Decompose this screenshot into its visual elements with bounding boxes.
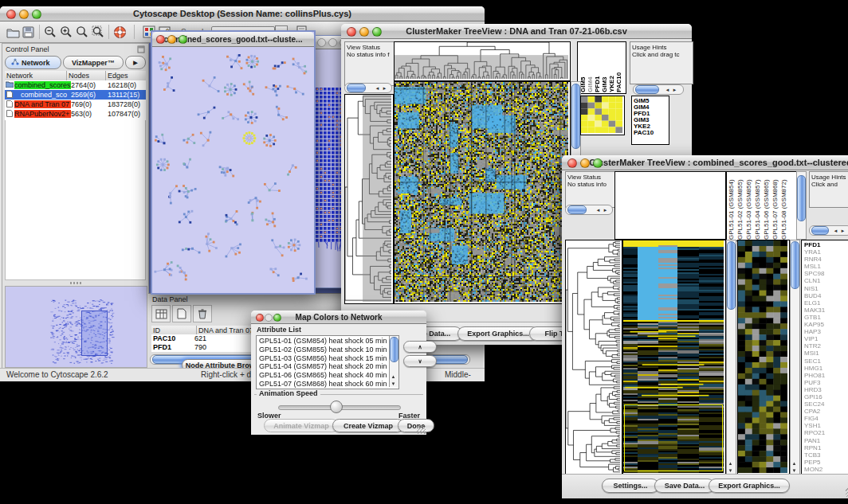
export-graphics-button[interactable]: Export Graphics... — [457, 326, 539, 341]
attribute-list-item[interactable]: GPL51-06 (GSM865) heat shock 40 min — [259, 371, 388, 380]
minimize-button[interactable] — [265, 314, 273, 322]
scroll-left-icon[interactable]: ◄ — [595, 207, 602, 213]
network-view-window[interactable]: combined_scores_good.txt--cluste... — [151, 30, 316, 295]
column-dendrogram-panel[interactable] — [614, 171, 726, 240]
treeview1-heatmap-panel[interactable] — [394, 81, 571, 304]
gene-label[interactable]: SPC98 — [804, 270, 846, 277]
row-label[interactable]: PAC10 — [634, 130, 667, 136]
scroll-up-icon[interactable]: ▲ — [791, 460, 798, 467]
scroll-down-icon[interactable]: ▼ — [791, 467, 798, 474]
gene-label[interactable]: NTR2 — [804, 342, 846, 350]
zoom-in-icon[interactable] — [58, 24, 74, 40]
column-label[interactable]: GPL51-07 (GSM868) — [771, 176, 780, 240]
close-button[interactable] — [156, 35, 165, 44]
close-button[interactable] — [347, 27, 356, 37]
gene-label[interactable]: PAN1 — [804, 437, 846, 444]
gene-label[interactable]: FIG4 — [804, 415, 846, 422]
gene-label[interactable]: GPI16 — [804, 393, 846, 400]
gene-label[interactable]: YRA1 — [804, 248, 846, 256]
gene-label[interactable]: NIS1 — [804, 285, 846, 292]
animate-vizmap-button[interactable]: Animate Vizmap — [264, 419, 339, 432]
vscroll-thumb[interactable] — [390, 337, 398, 362]
network-view-titlebar[interactable]: combined_scores_good.txt--cluste... — [152, 32, 314, 47]
gene-label[interactable]: PFD1 — [804, 241, 846, 248]
network-canvas[interactable] — [152, 47, 311, 291]
gene-label[interactable]: CPA2 — [804, 408, 846, 415]
gene-label[interactable]: HAP3 — [804, 328, 846, 335]
treeview2-column-labels[interactable]: GPL51-01 (GSM854)GPL51-02 (GSM855)GPL51-… — [726, 171, 798, 241]
gene-label[interactable]: KAP95 — [804, 321, 846, 328]
vscroll-thumb[interactable] — [797, 175, 806, 221]
treeview1-zoom-hscrollbar[interactable]: ◄ ► — [633, 84, 684, 95]
tab-overflow-button[interactable]: ▶ — [125, 56, 146, 69]
zoom-button[interactable] — [273, 314, 281, 322]
zoom-button[interactable] — [32, 10, 41, 19]
minimize-button[interactable] — [580, 158, 590, 168]
treeview1-row-labels[interactable]: GIM5GIM4PFD1GIM3YKE2PAC10 — [631, 96, 669, 145]
attribute-list-item[interactable]: GPL51-02 (GSM855) heat shock 10 min — [259, 346, 388, 354]
column-label[interactable]: GPL51-06 (GSM865) — [763, 176, 771, 240]
minimize-button[interactable] — [19, 10, 29, 19]
treeview2-heatmap-vscrollbar[interactable]: ▲ ▼ — [726, 240, 736, 475]
scroll-up-icon[interactable]: ▲ — [727, 460, 734, 467]
treeview1-zoom-thumbnail[interactable] — [580, 96, 625, 135]
scroll-up-icon[interactable]: ▲ — [390, 373, 397, 380]
birdseye-view-canvas[interactable] — [5, 286, 147, 368]
column-label[interactable]: GIM3 — [601, 46, 607, 92]
table-icon[interactable] — [151, 305, 171, 322]
row-dendrogram-panel[interactable] — [344, 94, 394, 304]
gene-label[interactable]: RNR4 — [804, 256, 846, 263]
gene-label[interactable]: PUF3 — [804, 379, 846, 386]
hscroll-thumb[interactable] — [567, 205, 587, 214]
minimize-button[interactable] — [167, 35, 176, 44]
treeview2-status-hscrollbar[interactable]: ◄ ► — [565, 205, 613, 215]
network-list-row[interactable]: combined_scores2764(0)16218(0) — [5, 80, 146, 90]
life-ring-icon[interactable] — [112, 24, 128, 40]
trash-icon[interactable] — [193, 305, 212, 322]
network-list-row[interactable]: combined_sco2569(6)13112(15) — [5, 90, 146, 100]
treeview2-gene-labels[interactable]: PFD1YRA1RNR4MSL1SPC98CLN1NIS1BUD4ELG1MAK… — [801, 240, 848, 477]
treeview1-status-hscrollbar[interactable]: ◄ ► — [344, 83, 392, 93]
treeview2-zoomview-panel[interactable] — [737, 240, 790, 475]
move-down-button[interactable]: ∨ — [403, 355, 437, 367]
attribute-list-item[interactable]: GPL51-07 (GSM868) heat shock 60 min — [259, 380, 388, 389]
column-label[interactable]: YKE2 — [608, 46, 614, 92]
map-colors-dialog[interactable]: Map Colors to Network Attribute List GPL… — [251, 311, 426, 435]
main-titlebar[interactable]: Cytoscape Desktop (Session Name: collins… — [0, 6, 485, 21]
gene-label[interactable]: HMG1 — [804, 365, 846, 372]
gene-label[interactable]: VIP1 — [804, 335, 846, 342]
hscroll-thumb[interactable] — [811, 226, 829, 235]
dialog-titlebar[interactable]: Map Colors to Network — [251, 311, 426, 324]
column-label[interactable]: GPL51-03 (GSM856) — [745, 176, 754, 240]
treeview1-column-labels[interactable]: GIM5GIM4PFD1GIM3YKE2PAC10 — [577, 41, 626, 94]
gene-label[interactable]: SEC1 — [804, 357, 846, 365]
column-label[interactable]: PFD1 — [594, 46, 600, 92]
vscroll-thumb[interactable] — [791, 241, 799, 289]
gene-label[interactable]: MSL1 — [804, 263, 846, 270]
gene-label[interactable]: RPO21 — [804, 429, 846, 436]
gene-label[interactable]: CLN1 — [804, 277, 846, 284]
gene-label[interactable]: MSI1 — [804, 350, 846, 357]
save-data-button[interactable]: Save Data... — [654, 479, 715, 493]
network-list-row[interactable]: DNA and Tran 07769(0)183728(0) — [5, 100, 146, 109]
scroll-left-icon[interactable]: ◄ — [664, 87, 671, 93]
scroll-right-icon[interactable]: ► — [381, 85, 388, 92]
zoom-button[interactable] — [179, 35, 187, 44]
column-label[interactable]: GIM4 — [587, 46, 593, 92]
float-panel-icon[interactable] — [137, 42, 145, 57]
column-label[interactable]: GPL51-08 (GSM872) — [780, 176, 789, 240]
gene-label[interactable]: TCB3 — [804, 451, 846, 459]
network-list-row[interactable]: RNAPuberNov2+563(0)107847(0) — [5, 109, 146, 119]
gene-label[interactable]: MON2 — [804, 466, 846, 473]
column-header-nodes[interactable]: Nodes — [67, 71, 106, 80]
column-label[interactable]: GPL51-04 (GSM857) — [754, 176, 763, 240]
scroll-left-icon[interactable]: ◄ — [832, 228, 839, 234]
row-dendrogram-panel[interactable] — [565, 240, 622, 475]
close-button[interactable] — [567, 158, 577, 168]
gene-label[interactable]: ELG1 — [804, 299, 846, 307]
gene-label[interactable]: PHO81 — [804, 372, 846, 379]
done-button[interactable]: Done — [398, 419, 434, 432]
move-up-button[interactable]: ∧ — [403, 341, 437, 353]
attribute-list-item[interactable]: GPL51-01 (GSM854) heat shock 05 min — [259, 337, 388, 346]
zoom-button[interactable] — [372, 27, 382, 37]
